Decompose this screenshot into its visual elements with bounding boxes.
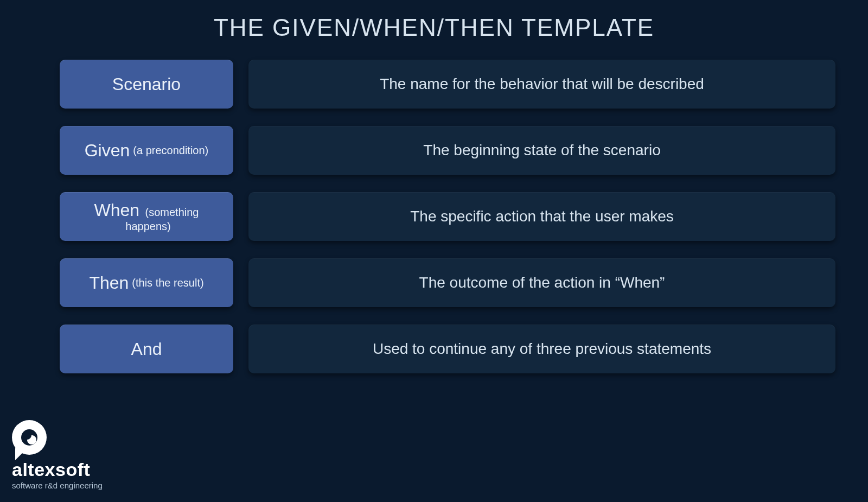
keyword-label: Given (85, 141, 130, 161)
template-rows: Scenario The name for the behavior that … (0, 49, 868, 373)
keyword-label: Then (89, 273, 129, 293)
keyword-and: And (60, 325, 233, 373)
keyword-note-part1: (something (145, 206, 199, 218)
desc-and: Used to continue any of three previous s… (248, 325, 835, 373)
brand-name: altexsoft (12, 460, 103, 479)
desc-given: The beginning state of the scenario (248, 126, 835, 175)
row-when: When (something happens) The specific ac… (60, 192, 835, 241)
page-title: THE GIVEN/WHEN/THEN TEMPLATE (0, 0, 868, 49)
keyword-label: When (94, 200, 140, 220)
keyword-label: Scenario (112, 74, 181, 94)
brand-tagline: software r&d engineering (12, 481, 103, 490)
desc-scenario: The name for the behavior that will be d… (248, 60, 835, 109)
brand-block: altexsoft software r&d engineering (12, 420, 103, 490)
brand-swirl-icon (21, 429, 37, 446)
desc-when: The specific action that the user makes (248, 192, 835, 241)
keyword-note: (a precondition) (133, 144, 208, 157)
keyword-note: (this the result) (132, 277, 203, 289)
row-and: And Used to continue any of three previo… (60, 325, 835, 373)
keyword-given: Given (a precondition) (60, 126, 233, 175)
row-then: Then (this the result) The outcome of th… (60, 258, 835, 307)
keyword-scenario: Scenario (60, 60, 233, 109)
keyword-then: Then (this the result) (60, 258, 233, 307)
keyword-note-part2: happens) (125, 220, 170, 233)
row-given: Given (a precondition) The beginning sta… (60, 126, 835, 175)
brand-logo-icon (12, 420, 47, 455)
desc-then: The outcome of the action in “When” (248, 258, 835, 307)
row-scenario: Scenario The name for the behavior that … (60, 60, 835, 109)
keyword-when: When (something happens) (60, 192, 233, 241)
keyword-label: And (131, 339, 162, 359)
